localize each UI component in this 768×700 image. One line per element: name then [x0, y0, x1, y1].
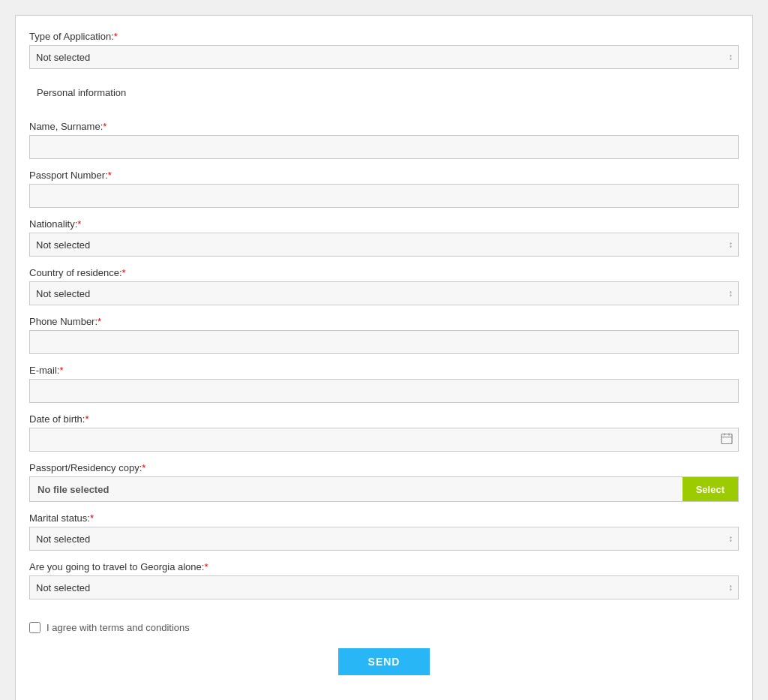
- nationality-label: Nationality:*: [29, 218, 739, 230]
- name-surname-group: Name, Surname:*: [29, 121, 739, 159]
- terms-checkbox-row: I agree with terms and conditions: [29, 622, 739, 633]
- passport-number-group: Passport Number:*: [29, 170, 739, 208]
- required-star: *: [90, 512, 94, 524]
- passport-number-input[interactable]: [29, 184, 739, 208]
- label-text: Passport/Residency copy:: [29, 462, 142, 473]
- send-button[interactable]: SEND: [338, 648, 430, 675]
- marital-status-select[interactable]: Not selected: [29, 527, 739, 551]
- label-text: Phone Number:: [29, 316, 98, 327]
- travel-alone-select-wrapper: Not selected ↕: [29, 575, 739, 599]
- required-star: *: [142, 462, 146, 473]
- country-of-residence-select[interactable]: Not selected: [29, 281, 739, 305]
- date-of-birth-input[interactable]: [29, 428, 739, 452]
- label-text: Marital status:: [29, 512, 90, 524]
- label-text: Are you going to travel to Georgia alone…: [29, 561, 204, 572]
- terms-checkbox[interactable]: [29, 622, 40, 633]
- label-text: Date of birth:: [29, 413, 85, 425]
- name-surname-input[interactable]: [29, 135, 739, 159]
- nationality-select[interactable]: Not selected: [29, 233, 739, 257]
- phone-number-label: Phone Number:*: [29, 316, 739, 327]
- travel-alone-label: Are you going to travel to Georgia alone…: [29, 561, 739, 572]
- personal-info-section: Personal information: [29, 80, 739, 110]
- required-star: *: [103, 121, 106, 132]
- email-label: E-mail:*: [29, 365, 739, 376]
- label-text: Type of Application:: [29, 31, 114, 42]
- name-surname-label: Name, Surname:*: [29, 121, 739, 132]
- required-star: *: [122, 267, 126, 278]
- label-text: Passport Number:: [29, 170, 108, 181]
- travel-alone-group: Are you going to travel to Georgia alone…: [29, 561, 739, 599]
- application-form: Type of Application:* Not selected ↕ Per…: [15, 15, 753, 700]
- marital-status-group: Marital status:* Not selected ↕: [29, 512, 739, 551]
- passport-residency-copy-label: Passport/Residency copy:*: [29, 462, 739, 473]
- phone-number-input[interactable]: [29, 330, 739, 354]
- nationality-select-wrapper: Not selected ↕: [29, 233, 739, 257]
- terms-checkbox-label: I agree with terms and conditions: [46, 622, 190, 633]
- label-text: E-mail:: [29, 365, 59, 376]
- required-star: *: [108, 170, 112, 181]
- country-of-residence-select-wrapper: Not selected ↕: [29, 281, 739, 305]
- type-of-application-select-wrapper: Not selected ↕: [29, 45, 739, 69]
- country-of-residence-label: Country of residence:*: [29, 267, 739, 278]
- nationality-group: Nationality:* Not selected ↕: [29, 218, 739, 257]
- file-input-wrapper: No file selected Select: [29, 476, 739, 502]
- required-star: *: [85, 413, 88, 425]
- date-of-birth-label: Date of birth:*: [29, 413, 739, 425]
- marital-status-select-wrapper: Not selected ↕: [29, 527, 739, 551]
- required-star: *: [59, 365, 63, 376]
- email-group: E-mail:*: [29, 365, 739, 403]
- marital-status-label: Marital status:*: [29, 512, 739, 524]
- phone-number-group: Phone Number:*: [29, 316, 739, 354]
- label-text: Nationality:: [29, 218, 77, 230]
- required-star: *: [114, 31, 118, 42]
- date-input-wrapper: [29, 428, 739, 452]
- send-button-wrapper: SEND: [29, 648, 739, 675]
- travel-alone-select[interactable]: Not selected: [29, 575, 739, 599]
- file-no-selection-text: No file selected: [30, 477, 682, 501]
- file-select-button[interactable]: Select: [682, 477, 738, 501]
- required-star: *: [204, 561, 208, 572]
- country-of-residence-group: Country of residence:* Not selected ↕: [29, 267, 739, 305]
- label-text: Name, Surname:: [29, 121, 103, 132]
- required-star: *: [77, 218, 81, 230]
- type-of-application-label: Type of Application:*: [29, 31, 739, 42]
- email-input[interactable]: [29, 379, 739, 403]
- passport-number-label: Passport Number:*: [29, 170, 739, 181]
- date-of-birth-group: Date of birth:*: [29, 413, 739, 452]
- required-star: *: [98, 316, 101, 327]
- label-text: Country of residence:: [29, 267, 122, 278]
- type-of-application-select[interactable]: Not selected: [29, 45, 739, 69]
- section-title: Personal information: [29, 80, 739, 110]
- type-of-application-group: Type of Application:* Not selected ↕: [29, 31, 739, 69]
- passport-residency-copy-group: Passport/Residency copy:* No file select…: [29, 462, 739, 502]
